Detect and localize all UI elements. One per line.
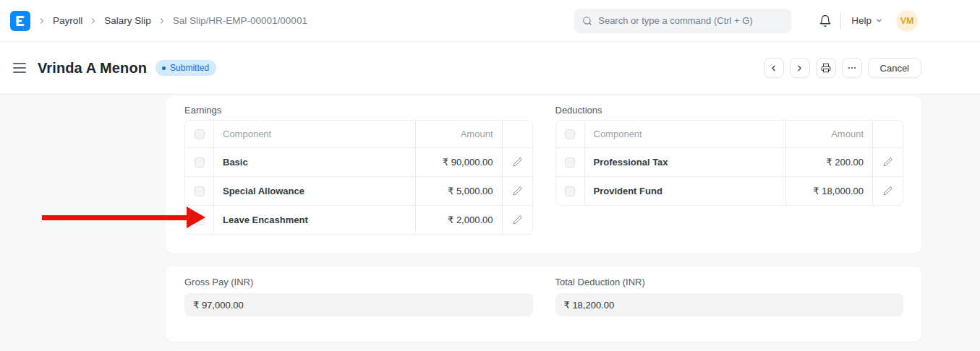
- annotation-arrow-shaft: [42, 215, 187, 220]
- erpnext-logo[interactable]: [10, 11, 30, 31]
- edit-row-button[interactable]: [513, 186, 522, 196]
- column-header-amount: Amount: [415, 121, 502, 147]
- deductions-table: Component Amount Professional Tax ₹ 200.…: [555, 120, 904, 206]
- chevron-right-icon: [158, 17, 166, 25]
- table-row-leave-encashment: Leave Encashment ₹ 2,000.00: [185, 205, 532, 234]
- gross-pay-value: ₹ 97,000.00: [184, 293, 533, 316]
- gross-pay-label: Gross Pay (INR): [184, 277, 533, 287]
- table-row-special-allowance: Special Allowance ₹ 5,000.00: [185, 176, 532, 205]
- row-checkbox[interactable]: [195, 186, 205, 196]
- deductions-section: Deductions Component Amount Professional…: [555, 105, 904, 254]
- amount-value: ₹ 2,000.00: [448, 214, 493, 225]
- earnings-label: Earnings: [184, 105, 533, 116]
- breadcrumb: Payroll Salary Slip Sal Slip/HR-EMP-0000…: [38, 15, 307, 26]
- bell-icon: [819, 14, 832, 27]
- salary-detail-card: Earnings Component Amount Basic ₹ 90,000…: [166, 96, 921, 254]
- select-all-checkbox[interactable]: [195, 129, 205, 139]
- nav-divider: [840, 12, 841, 30]
- edit-icon: [883, 157, 892, 167]
- edit-row-button[interactable]: [513, 157, 522, 167]
- page-header: Vrinda A Menon Submitted Cancel: [0, 42, 980, 95]
- deductions-header-row: Component Amount: [556, 121, 903, 147]
- edit-icon: [513, 157, 522, 167]
- edit-row-button[interactable]: [883, 157, 892, 167]
- amount-value: ₹ 90,000.00: [443, 157, 493, 168]
- component-name: Professional Tax: [594, 157, 668, 168]
- prev-document-button[interactable]: [764, 58, 784, 78]
- total-deduction-label: Total Deduction (INR): [555, 277, 904, 287]
- header-actions: Cancel: [764, 58, 921, 78]
- menu-icon: [13, 72, 26, 73]
- annotation-arrow: [42, 207, 205, 228]
- top-nav: Payroll Salary Slip Sal Slip/HR-EMP-0000…: [0, 0, 980, 42]
- cancel-button[interactable]: Cancel: [868, 58, 921, 78]
- row-checkbox[interactable]: [195, 157, 205, 168]
- sidebar-toggle-button[interactable]: [12, 60, 27, 76]
- edit-row-button[interactable]: [883, 186, 892, 196]
- annotation-arrow-head: [187, 207, 205, 228]
- page-title: Vrinda A Menon: [38, 60, 147, 77]
- printer-icon: [821, 63, 831, 73]
- column-header-component: Component: [585, 121, 786, 147]
- breadcrumb-item-current-doc: Sal Slip/HR-EMP-00001/00001: [173, 15, 307, 26]
- component-name: Provident Fund: [594, 186, 662, 196]
- component-name: Special Allowance: [223, 186, 304, 196]
- status-badge: Submitted: [155, 60, 216, 76]
- table-row-basic: Basic ₹ 90,000.00: [185, 147, 532, 176]
- edit-icon: [513, 215, 522, 225]
- next-document-button[interactable]: [790, 58, 810, 78]
- row-checkbox[interactable]: [565, 186, 575, 196]
- deductions-label: Deductions: [555, 105, 904, 116]
- chevron-right-icon: [795, 64, 804, 73]
- edit-icon: [513, 186, 522, 196]
- breadcrumb-item-payroll[interactable]: Payroll: [53, 15, 82, 26]
- table-row-professional-tax: Professional Tax ₹ 200.00: [556, 147, 903, 176]
- amount-value: ₹ 200.00: [826, 157, 864, 168]
- table-row-provident-fund: Provident Fund ₹ 18,000.00: [556, 176, 903, 205]
- more-options-button[interactable]: [842, 58, 862, 78]
- chevron-left-icon: [769, 64, 778, 73]
- select-all-checkbox[interactable]: [565, 129, 575, 139]
- amount-value: ₹ 5,000.00: [448, 186, 493, 196]
- column-header-component: Component: [214, 121, 415, 147]
- column-header-amount: Amount: [785, 121, 872, 147]
- search-icon: [582, 16, 592, 26]
- total-deduction-value: ₹ 18,200.00: [555, 293, 904, 316]
- search-input[interactable]: [598, 15, 783, 26]
- status-dot-icon: [162, 66, 166, 70]
- totals-card: Gross Pay (INR) ₹ 97,000.00 Total Deduct…: [166, 266, 921, 342]
- avatar[interactable]: VM: [896, 10, 918, 32]
- help-menu[interactable]: Help: [851, 15, 883, 26]
- gross-pay-field: Gross Pay (INR) ₹ 97,000.00: [184, 277, 533, 342]
- ellipsis-icon: [847, 63, 857, 73]
- total-deduction-field: Total Deduction (INR) ₹ 18,200.00: [555, 277, 904, 342]
- menu-icon: [13, 63, 26, 64]
- breadcrumb-item-salary-slip[interactable]: Salary Slip: [104, 15, 151, 26]
- component-name: Leave Encashment: [223, 214, 308, 225]
- chevron-right-icon: [38, 17, 46, 25]
- earnings-table: Component Amount Basic ₹ 90,000.00: [184, 120, 533, 235]
- print-button[interactable]: [816, 58, 836, 78]
- chevron-down-icon: [875, 17, 883, 25]
- earnings-section: Earnings Component Amount Basic ₹ 90,000…: [184, 105, 533, 254]
- status-badge-label: Submitted: [170, 63, 209, 73]
- earnings-header-row: Component Amount: [185, 121, 532, 147]
- chevron-right-icon: [89, 17, 98, 25]
- help-label: Help: [851, 15, 872, 26]
- edit-row-button[interactable]: [513, 215, 522, 225]
- edit-icon: [883, 186, 892, 196]
- menu-icon: [13, 67, 26, 69]
- component-name: Basic: [223, 157, 248, 168]
- row-checkbox[interactable]: [565, 157, 575, 168]
- erpnext-logo-icon: [10, 11, 30, 31]
- amount-value: ₹ 18,000.00: [813, 186, 864, 196]
- global-search[interactable]: [574, 9, 791, 33]
- notifications-button[interactable]: [819, 14, 832, 27]
